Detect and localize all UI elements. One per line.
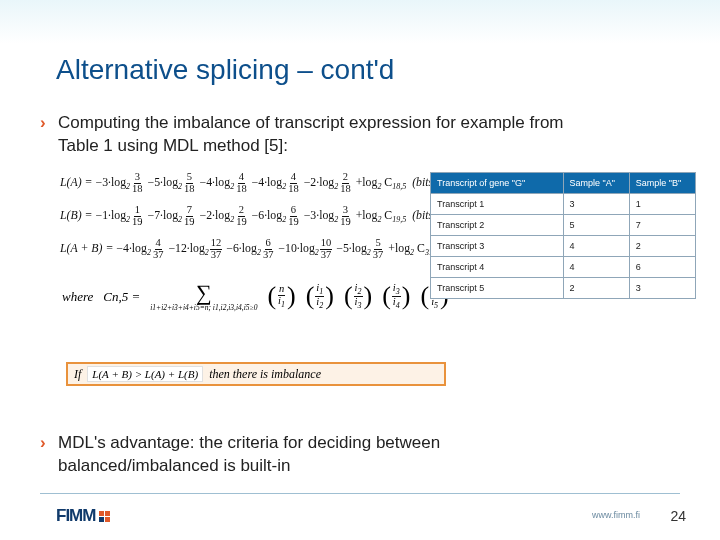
page-number: 24 — [670, 508, 686, 524]
formula-LB: L(B) = −1·log2119 −7·log2719 −2·log2219 … — [60, 205, 437, 227]
sum-limits: i1+i2+i3+i4+i5=n; i1,i2,i3,i4,i5≥0 — [150, 304, 257, 312]
table-row: Transcript 4 4 6 — [431, 257, 696, 278]
cell-b: 3 — [629, 278, 695, 299]
bullet-2-text: MDL's advantage: the criteria for decidi… — [58, 432, 578, 478]
multinomial-term-3: (i2i3) — [344, 283, 372, 310]
formula-where: where Cn,5 = ∑ i1+i2+i3+i4+i5=n; i1,i2,i… — [62, 282, 449, 312]
footer-url: www.fimm.fi — [592, 510, 640, 520]
cn5-label: Cn,5 = — [103, 289, 140, 305]
cell-b: 2 — [629, 236, 695, 257]
th-transcript: Transcript of gene "G" — [431, 173, 564, 194]
table-row: Transcript 5 2 3 — [431, 278, 696, 299]
fimm-logo: FIMM — [56, 506, 110, 526]
th-sample-a: Sample "A" — [563, 173, 629, 194]
cell-a: 2 — [563, 278, 629, 299]
table-row: Transcript 2 5 7 — [431, 215, 696, 236]
bullet-2: › MDL's advantage: the criteria for deci… — [40, 432, 578, 478]
cell-name: Transcript 4 — [431, 257, 564, 278]
chevron-right-icon: › — [40, 112, 52, 158]
logo-dots-icon — [99, 511, 110, 522]
bullet-1: › Computing the imbalance of transcript … — [40, 112, 578, 158]
condition-box: If L(A + B) > L(A) + L(B) then there is … — [66, 362, 446, 386]
slide: Alternative splicing – cont'd › Computin… — [0, 0, 720, 540]
formula-LA: L(A) = −3·log2318 −5·log2518 −4·log2418 … — [60, 172, 437, 194]
formula-LB-lhs: L(B) = — [60, 208, 93, 222]
transcript-table: Transcript of gene "G" Sample "A" Sample… — [430, 172, 696, 299]
multinomial-term-4: (i3i4) — [382, 283, 410, 310]
table-header-row: Transcript of gene "G" Sample "A" Sample… — [431, 173, 696, 194]
cell-name: Transcript 2 — [431, 215, 564, 236]
where-label: where — [62, 289, 93, 305]
table-row: Transcript 1 3 1 — [431, 194, 696, 215]
cell-a: 4 — [563, 236, 629, 257]
multinomial-term-1: (ni1) — [267, 284, 295, 309]
cell-b: 7 — [629, 215, 695, 236]
table-row: Transcript 3 4 2 — [431, 236, 696, 257]
multinomial-term-2: (i1i2) — [306, 283, 334, 310]
bullet-1-text: Computing the imbalance of transcript ex… — [58, 112, 578, 158]
sigma-icon: ∑ i1+i2+i3+i4+i5=n; i1,i2,i3,i4,i5≥0 — [150, 282, 257, 312]
cell-a: 3 — [563, 194, 629, 215]
formula-LAB-lhs: L(A + B) = — [60, 241, 113, 255]
cell-a: 5 — [563, 215, 629, 236]
th-sample-b: Sample "B" — [629, 173, 695, 194]
formula-LA-lhs: L(A) = — [60, 175, 93, 189]
cell-name: Transcript 3 — [431, 236, 564, 257]
cond-inequality: L(A + B) > L(A) + L(B) — [87, 366, 203, 382]
top-gradient-band — [0, 0, 720, 44]
cell-a: 4 — [563, 257, 629, 278]
chevron-right-icon: › — [40, 432, 52, 478]
cell-b: 6 — [629, 257, 695, 278]
cond-then: then there is imbalance — [209, 367, 321, 382]
cell-b: 1 — [629, 194, 695, 215]
slide-title: Alternative splicing – cont'd — [56, 54, 394, 86]
footer-rule — [40, 493, 680, 494]
cell-name: Transcript 5 — [431, 278, 564, 299]
logo-text: FIMM — [56, 506, 95, 526]
formula-LAB: L(A + B) = −4·log2437 −12·log21237 −6·lo… — [60, 238, 470, 260]
cond-if: If — [74, 367, 81, 382]
cell-name: Transcript 1 — [431, 194, 564, 215]
